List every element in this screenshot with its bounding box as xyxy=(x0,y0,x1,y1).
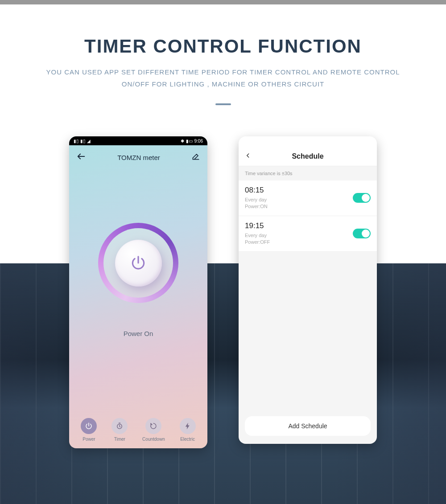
android-status-bar: ▮▯ ▮▯ ◢ ✱ ▮▭ 9:06 xyxy=(69,136,207,145)
page-subtitle: YOU CAN USED APP SET DIFFERENT TIME PERI… xyxy=(45,66,401,90)
schedule-action: Power:OFF xyxy=(245,239,270,246)
app-title: TOMZN meter xyxy=(117,154,160,161)
power-ring xyxy=(98,223,178,303)
electric-icon xyxy=(180,418,196,434)
wifi-icon: ◢ xyxy=(87,139,91,143)
power-icon xyxy=(130,254,147,271)
nav-timer[interactable]: Timer xyxy=(112,418,128,442)
schedule-item[interactable]: 19:15 Every day Power:OFF xyxy=(239,216,377,252)
page-title: TIMER CONTROL FUNCTION xyxy=(27,36,419,57)
nav-electric[interactable]: Electric xyxy=(180,418,196,442)
add-schedule-button[interactable]: Add Schedule xyxy=(245,416,371,436)
countdown-icon xyxy=(145,418,161,434)
schedule-time: 19:15 xyxy=(245,221,270,230)
nav-countdown[interactable]: Countdown xyxy=(142,418,165,442)
schedule-info: 19:15 Every day Power:OFF xyxy=(245,221,270,246)
timer-icon xyxy=(112,418,128,434)
ios-status-bar xyxy=(239,136,377,147)
page-header: TIMER CONTROL FUNCTION YOU CAN USED APP … xyxy=(0,4,446,127)
app-header: TOMZN meter xyxy=(69,145,207,169)
status-signal-icons: ▮▯ ▮▯ ◢ xyxy=(74,139,91,143)
schedule-header: Schedule xyxy=(239,147,377,166)
edit-icon[interactable] xyxy=(191,152,200,163)
power-button-container xyxy=(69,223,207,303)
bottom-nav: Power Timer Countdown Electric xyxy=(69,418,207,442)
signal-icon: ▮▯ xyxy=(74,139,79,143)
power-button[interactable] xyxy=(115,240,162,287)
signal-icon: ▮▯ xyxy=(80,139,86,143)
status-time: 9:06 xyxy=(194,139,203,143)
nav-label: Countdown xyxy=(142,437,165,442)
schedule-action: Power:ON xyxy=(245,203,268,210)
schedule-repeat: Every day xyxy=(245,197,268,203)
nav-label: Electric xyxy=(180,437,195,442)
nav-label: Power xyxy=(83,437,95,442)
phones-container: ▮▯ ▮▯ ◢ ✱ ▮▭ 9:06 TOMZN meter xyxy=(0,127,446,448)
status-right-icons: ✱ ▮▭ 9:06 xyxy=(181,139,203,143)
schedule-title: Schedule xyxy=(292,152,323,160)
schedule-info: 08:15 Every day Power:ON xyxy=(245,186,268,210)
battery-icon: ▮▭ xyxy=(186,139,193,143)
phone-power-control: ▮▯ ▮▯ ◢ ✱ ▮▭ 9:06 TOMZN meter xyxy=(69,136,207,448)
phone-schedule: Schedule Time variance is ±30s 08:15 Eve… xyxy=(239,136,377,444)
title-underline xyxy=(215,103,231,105)
back-arrow-icon[interactable] xyxy=(76,152,86,163)
schedule-toggle[interactable] xyxy=(353,193,371,203)
schedule-item[interactable]: 08:15 Every day Power:ON xyxy=(239,180,377,216)
bluetooth-icon: ✱ xyxy=(181,139,184,143)
schedule-toggle[interactable] xyxy=(353,229,371,238)
nav-power[interactable]: Power xyxy=(81,418,97,442)
top-divider xyxy=(0,0,446,4)
power-status-label: Power On xyxy=(69,330,207,337)
schedule-time: 08:15 xyxy=(245,186,268,195)
time-variance-note: Time variance is ±30s xyxy=(239,166,377,180)
power-icon xyxy=(81,418,97,434)
schedule-repeat: Every day xyxy=(245,232,270,239)
nav-label: Timer xyxy=(114,437,125,442)
back-chevron-icon[interactable] xyxy=(245,151,251,162)
